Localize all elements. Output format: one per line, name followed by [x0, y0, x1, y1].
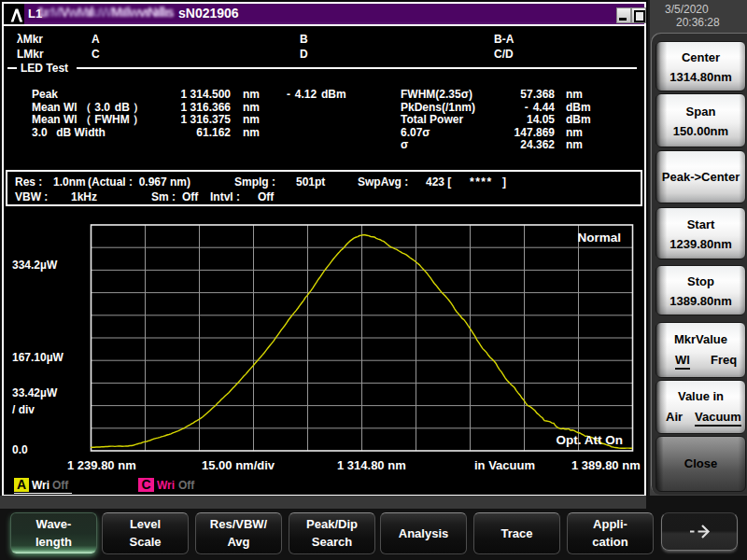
svg-text:Normal: Normal [577, 231, 621, 245]
svg-text:Opt. Att On: Opt. Att On [557, 433, 623, 447]
